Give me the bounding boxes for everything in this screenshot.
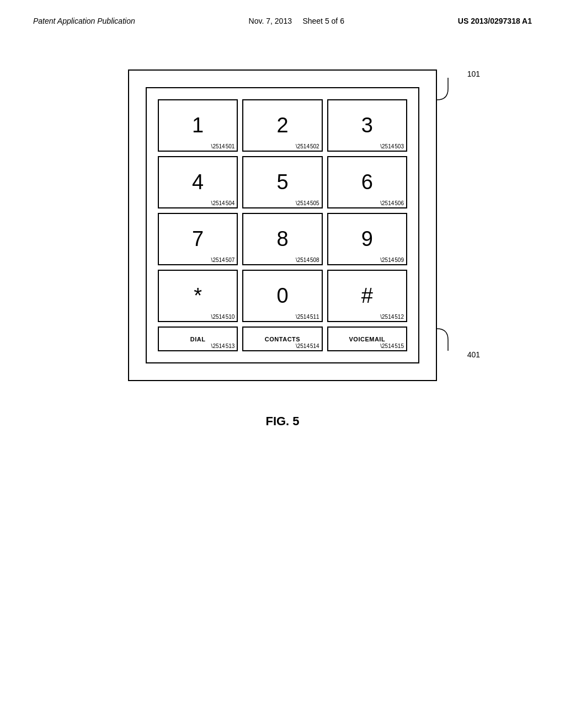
key-4[interactable]: 4 504 <box>158 156 238 208</box>
key-hash-label: # <box>361 284 373 308</box>
ref-505: 505 <box>296 200 319 206</box>
key-3-label: 3 <box>361 114 373 137</box>
main-content: 1 501 2 502 3 503 4 504 <box>0 25 565 381</box>
ref-507: 507 <box>211 257 235 263</box>
header-sheet: Sheet 5 of 6 <box>302 17 344 25</box>
keypad-grid: 1 501 2 502 3 503 4 504 <box>158 99 407 351</box>
key-6-label: 6 <box>361 170 373 194</box>
key-star-label: * <box>194 284 202 308</box>
ref-514: 514 <box>296 343 319 349</box>
ref-510: 510 <box>211 314 235 320</box>
key-8-label: 8 <box>276 227 288 251</box>
key-6[interactable]: 6 506 <box>327 156 407 208</box>
patent-header: Patent Application Publication Nov. 7, 2… <box>0 0 565 25</box>
key-1-label: 1 <box>192 114 204 137</box>
header-date: Nov. 7, 2013 <box>249 17 292 25</box>
key-dial[interactable]: DIAL 513 <box>158 326 238 351</box>
key-0-label: 0 <box>276 284 288 308</box>
header-patent-number: US 2013/0297318 A1 <box>458 17 532 25</box>
ref-511: 511 <box>296 314 319 320</box>
ref-501: 501 <box>211 143 235 149</box>
key-star[interactable]: * 510 <box>158 270 238 322</box>
key-8[interactable]: 8 508 <box>242 213 322 265</box>
ref-508: 508 <box>296 257 319 263</box>
annotation-401-label: 401 <box>467 350 480 359</box>
ref-515: 515 <box>380 343 404 349</box>
annotation-101-label: 101 <box>467 69 480 78</box>
key-2-label: 2 <box>276 114 288 137</box>
ref-509: 509 <box>380 257 404 263</box>
key-4-label: 4 <box>192 170 204 194</box>
key-1[interactable]: 1 501 <box>158 99 238 152</box>
inner-device-box: 1 501 2 502 3 503 4 504 <box>146 87 419 363</box>
key-dial-label: DIAL <box>190 336 206 342</box>
ref-512: 512 <box>380 314 404 320</box>
ref-506: 506 <box>380 200 404 206</box>
key-contacts[interactable]: CONTACTS 514 <box>242 326 322 351</box>
outer-wrapper: 1 501 2 502 3 503 4 504 <box>128 69 437 381</box>
key-voicemail[interactable]: VOICEMAIL 515 <box>327 326 407 351</box>
header-date-sheet: Nov. 7, 2013 Sheet 5 of 6 <box>249 17 344 25</box>
key-7[interactable]: 7 507 <box>158 213 238 265</box>
key-hash[interactable]: # 512 <box>327 270 407 322</box>
ref-502: 502 <box>296 143 319 149</box>
key-5[interactable]: 5 505 <box>242 156 322 208</box>
ref-513: 513 <box>211 343 235 349</box>
key-9-label: 9 <box>361 227 373 251</box>
key-contacts-label: CONTACTS <box>265 336 300 342</box>
ref-504: 504 <box>211 200 235 206</box>
key-3[interactable]: 3 503 <box>327 99 407 152</box>
key-0[interactable]: 0 511 <box>242 270 322 322</box>
key-9[interactable]: 9 509 <box>327 213 407 265</box>
key-2[interactable]: 2 502 <box>242 99 322 152</box>
outer-device-box: 1 501 2 502 3 503 4 504 <box>128 69 437 381</box>
key-7-label: 7 <box>192 227 204 251</box>
key-voicemail-label: VOICEMAIL <box>349 336 386 342</box>
key-5-label: 5 <box>276 170 288 194</box>
figure-label: FIG. 5 <box>0 414 565 429</box>
ref-503: 503 <box>380 143 404 149</box>
header-publication-type: Patent Application Publication <box>33 17 135 25</box>
